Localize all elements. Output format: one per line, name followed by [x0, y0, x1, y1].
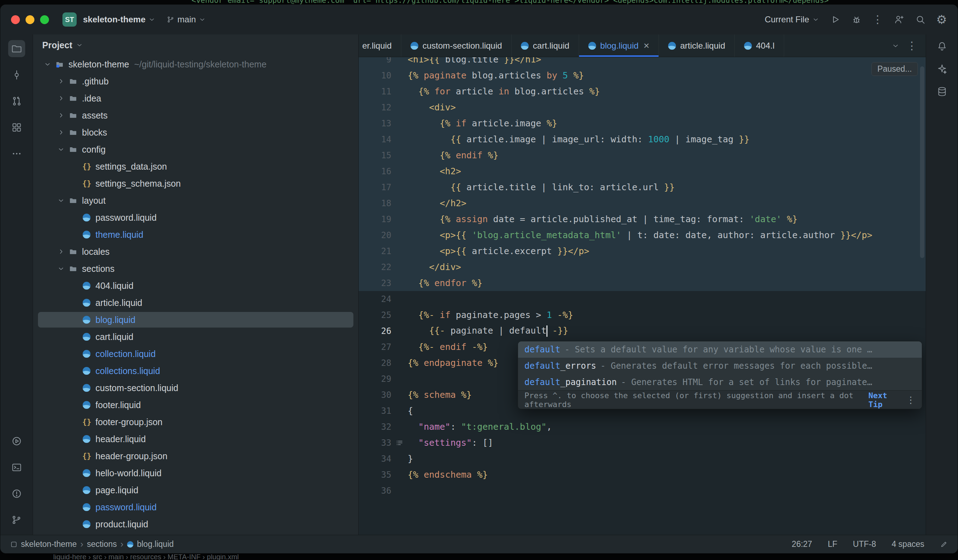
breadcrumb-item-skeleton-theme[interactable]: skeleton-theme [10, 539, 77, 549]
tree-item-layout[interactable]: layout [33, 192, 358, 209]
completion-item-default_pagination[interactable]: default_pagination- Generates HTML for a… [518, 374, 922, 390]
chevron-down-icon[interactable] [55, 265, 67, 273]
chevron-down-icon[interactable] [76, 41, 83, 49]
code-line-33[interactable]: 33 "settings": [] [359, 435, 926, 451]
code-line-17[interactable]: 17 {{ article.title | link_to: article.u… [359, 179, 926, 195]
tree-item-.idea[interactable]: .idea [33, 90, 358, 107]
tree-item-cart.liquid[interactable]: cart.liquid [33, 328, 358, 345]
add-user-icon[interactable] [894, 14, 904, 25]
toolwindow-pull-request-button[interactable] [8, 93, 25, 109]
editor-tab-article.liquid[interactable]: article.liquid [659, 35, 735, 57]
list-icon[interactable] [396, 439, 403, 447]
paused-status-badge[interactable]: Paused... [871, 62, 918, 76]
tree-item-.github[interactable]: .github [33, 73, 358, 90]
close-tab-icon[interactable]: × [644, 41, 649, 51]
code-line-14[interactable]: 14 {{ article.image | image_url: width: … [359, 131, 926, 147]
tree-item-hello-world.liquid[interactable]: hello-world.liquid [33, 465, 358, 482]
indent-style[interactable]: 4 spaces [891, 539, 924, 549]
search-icon[interactable] [915, 14, 926, 25]
code-line-10[interactable]: 10{% paginate blog.articles by 5 %} [359, 67, 926, 83]
tree-item-header-group.json[interactable]: {}header-group.json [33, 447, 358, 465]
breadcrumb-item-blog.liquid[interactable]: blog.liquid [127, 539, 174, 549]
tree-item-settings_schema.json[interactable]: {}settings_schema.json [33, 175, 358, 192]
tree-item-config[interactable]: config [33, 141, 358, 158]
file-encoding[interactable]: UTF-8 [853, 539, 876, 549]
chevron-right-icon[interactable] [55, 77, 67, 85]
tree-item-product.liquid[interactable]: product.liquid [33, 516, 358, 533]
code-line-26[interactable]: 26 {{- paginate | default -}} [359, 323, 926, 339]
run-icon[interactable] [830, 14, 841, 25]
editor-tab-404.l[interactable]: 404.l [735, 35, 784, 57]
tree-item-article.liquid[interactable]: article.liquid [33, 294, 358, 311]
tree-item-custom-section.liquid[interactable]: custom-section.liquid [33, 379, 358, 397]
tree-item-theme.liquid[interactable]: theme.liquid [33, 226, 358, 243]
completion-options-icon[interactable]: ⋮ [906, 395, 915, 405]
toolwindow-terminal-button[interactable] [8, 459, 25, 476]
completion-item-default[interactable]: default- Sets a default value for any va… [518, 341, 922, 358]
tree-item-settings_data.json[interactable]: {}settings_data.json [33, 158, 358, 175]
chevron-down-icon[interactable] [55, 197, 67, 205]
breadcrumb-item-sections[interactable]: sections [87, 539, 117, 549]
tree-item-404.liquid[interactable]: 404.liquid [33, 277, 358, 294]
next-tip-link[interactable]: Next Tip [868, 391, 902, 409]
tree-item-page.liquid[interactable]: page.liquid [33, 482, 358, 499]
tree-item-assets[interactable]: assets [33, 107, 358, 124]
code-line-11[interactable]: 11 {% for article in blog.articles %} [359, 83, 926, 99]
code-line-23[interactable]: 23 {% endfor %} [359, 275, 926, 291]
code-line-19[interactable]: 19 {% assign date = article.published_at… [359, 211, 926, 227]
toolwindow-notifications-button[interactable] [937, 41, 947, 53]
tree-item-password.liquid[interactable]: password.liquid [33, 499, 358, 516]
caret-position[interactable]: 26:27 [791, 539, 812, 549]
toolwindow-project-button[interactable] [8, 40, 25, 57]
tree-item-header.liquid[interactable]: header.liquid [33, 430, 358, 447]
code-line-36[interactable]: 36 [359, 483, 926, 499]
chevron-right-icon[interactable] [55, 128, 67, 136]
code-line-25[interactable]: 25 {%- if paginate.pages > 1 -%} [359, 307, 926, 323]
toolwindow-modules-button[interactable] [8, 119, 25, 136]
debug-icon[interactable] [851, 14, 862, 25]
tree-item-footer.liquid[interactable]: footer.liquid [33, 397, 358, 413]
code-line-21[interactable]: 21 <p>{{ article.excerpt }}</p> [359, 243, 926, 259]
toolwindow-ai-assistant-button[interactable] [937, 63, 947, 76]
toolwindow-problems-button[interactable] [8, 485, 25, 502]
tab-options-icon[interactable]: ⋮ [907, 40, 917, 51]
code-line-18[interactable]: 18 </h2> [359, 195, 926, 211]
code-editor[interactable]: Paused... 9<h1>{{ blog.title }}</h1>10{%… [359, 57, 926, 535]
toolwindow-database-button[interactable] [937, 86, 947, 98]
settings-gear-icon[interactable]: ⚙ [936, 13, 947, 25]
code-line-9[interactable]: 9<h1>{{ blog.title }}</h1> [359, 57, 926, 67]
tree-item-collections.liquid[interactable]: collections.liquid [33, 362, 358, 379]
code-line-15[interactable]: 15 {% endif %} [359, 147, 926, 163]
zoom-window-button[interactable] [40, 15, 49, 24]
tree-item-sections[interactable]: sections [33, 260, 358, 277]
code-line-24[interactable]: 24 [359, 291, 926, 307]
tree-item-blog.liquid[interactable]: blog.liquid [33, 311, 358, 328]
tab-list-dropdown-icon[interactable] [891, 42, 899, 50]
minimize-window-button[interactable] [25, 15, 35, 24]
code-line-13[interactable]: 13 {% if article.image %} [359, 115, 926, 131]
tree-item-blocks[interactable]: blocks [33, 124, 358, 141]
tree-item-password.liquid[interactable]: password.liquid [33, 209, 358, 226]
editor-tab-blog.liquid[interactable]: blog.liquid× [579, 35, 659, 57]
chevron-right-icon[interactable] [55, 94, 67, 102]
more-actions-icon[interactable]: ⋮ [872, 14, 883, 25]
tree-item-skeleton-theme[interactable]: skeleton-theme~/git/liquid-testing/skele… [33, 56, 358, 73]
completion-item-default_errors[interactable]: default_errors- Generates default error … [518, 358, 922, 374]
project-selector[interactable]: skeleton-theme [83, 14, 155, 24]
toolwindow-version-control-button[interactable] [8, 511, 25, 528]
close-window-button[interactable] [11, 15, 20, 24]
toolwindow-more-button[interactable] [8, 145, 25, 162]
code-line-12[interactable]: 12 <div> [359, 99, 926, 115]
code-line-16[interactable]: 16 <h2> [359, 163, 926, 179]
code-line-35[interactable]: 35{% endschema %} [359, 467, 926, 483]
code-line-22[interactable]: 22 </div> [359, 259, 926, 275]
code-line-34[interactable]: 34} [359, 451, 926, 467]
chevron-down-icon[interactable] [41, 60, 54, 68]
editor-tab-custom-section.liquid[interactable]: custom-section.liquid [401, 35, 512, 57]
tree-item-locales[interactable]: locales [33, 243, 358, 260]
toolwindow-commit-button[interactable] [8, 67, 25, 83]
code-line-20[interactable]: 20 <p>{{ 'blog.article_metadata_html' | … [359, 227, 926, 243]
line-separator[interactable]: LF [828, 539, 837, 549]
write-access-icon[interactable] [940, 541, 948, 548]
editor-tab-cart.liquid[interactable]: cart.liquid [512, 35, 579, 57]
